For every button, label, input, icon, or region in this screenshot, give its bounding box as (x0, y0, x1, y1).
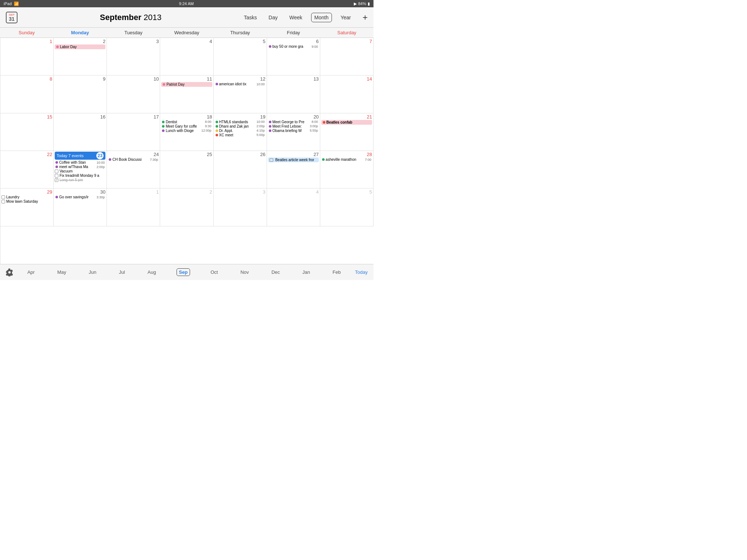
calendar-cell[interactable]: 2 (160, 188, 213, 226)
calendar-cell[interactable]: 20Meet George to Pre8:00Meet Fred Lebow:… (267, 113, 320, 151)
saturday-header: Saturday (320, 28, 374, 38)
calendar-cell[interactable]: 11Patriot Day (160, 75, 213, 113)
timed-event[interactable]: Dhani and Zak jan2:00p (215, 124, 266, 128)
strip-month-oct[interactable]: Oct (208, 269, 220, 276)
timed-event[interactable]: Meet Fred Lebow:3:00p (268, 124, 319, 128)
page-title: September 2013 (20, 13, 241, 22)
calendar-cell[interactable]: 22 (0, 151, 54, 188)
calendar-cell[interactable]: 18Dentist8:00Meet Gary for coffe9:30Lunc… (160, 113, 213, 151)
tuesday-header: Tuesday (107, 28, 160, 38)
device-label: iPad (4, 1, 12, 6)
calendar-cell[interactable]: 24CH Book Discussi7:30p (107, 151, 160, 188)
strip-month-sep[interactable]: Sep (177, 268, 190, 276)
calendar-cell[interactable]: 8 (0, 75, 54, 113)
strip-month-aug[interactable]: Aug (146, 269, 158, 276)
calendar-cell[interactable]: 27Beatles article week fror (267, 151, 320, 188)
calendar-cell[interactable]: 16 (54, 113, 107, 151)
timed-event[interactable]: HTML6 standards10:00 (215, 120, 266, 124)
strip-month-feb[interactable]: Feb (330, 269, 343, 276)
wednesday-header: Wednesday (160, 28, 213, 38)
calendar-cell[interactable]: 5 (214, 38, 267, 75)
status-bar: iPad 📶 9:24 AM ▶ 84% ▮ (0, 0, 374, 7)
day-headers: Sunday Monday Tuesday Wednesday Thursday… (0, 28, 374, 38)
calendar-cell[interactable]: 1 (107, 188, 160, 226)
tasks-nav-button[interactable]: Tasks (241, 13, 260, 22)
friday-header: Friday (267, 28, 320, 38)
all-day-event[interactable]: Beatles confab (321, 120, 372, 125)
calendar-cell[interactable]: 10 (107, 75, 160, 113)
calendar-cell[interactable]: 3 (214, 188, 267, 226)
all-day-event[interactable]: Patriot Day (161, 82, 212, 87)
month-strip-months: AprMayJunJulAugSepOctNovDecJanFeb (16, 268, 352, 276)
month-nav-button[interactable]: Month (311, 13, 332, 22)
calendar-cell[interactable]: 19HTML6 standards10:00Dhani and Zak jan2… (214, 113, 267, 151)
calendar-cell[interactable]: 28asheville marathon7:00 (320, 151, 374, 188)
task-event[interactable]: Beatles article week fror (268, 158, 319, 162)
timed-event[interactable]: CH Book Discussi7:30p (108, 158, 159, 162)
sunday-header: Sunday (0, 28, 53, 38)
calendar-icon[interactable]: SEP 31 (6, 12, 18, 23)
strip-month-jan[interactable]: Jan (300, 269, 312, 276)
task-item[interactable]: ✓Long run 5 pm (55, 178, 105, 182)
monday-header: Monday (53, 28, 107, 38)
calendar-cell[interactable]: 13 (267, 75, 320, 113)
timed-event[interactable]: meet w/Thava Ma2:00p (55, 165, 105, 169)
timed-event[interactable]: Meet Gary for coffe9:30 (161, 124, 212, 128)
strip-month-may[interactable]: May (55, 269, 69, 276)
task-item[interactable]: Vacuum (55, 169, 105, 173)
calendar-grid: 12Labor Day3456buy 50 or more gra9:00789… (0, 38, 374, 264)
timed-event[interactable]: Coffee with Stan10:00 (55, 160, 105, 164)
calendar-cell[interactable]: 7 (320, 38, 374, 75)
timed-event[interactable]: Dentist8:00 (161, 120, 212, 124)
header: SEP 31 September 2013 Tasks Day Week Mon… (0, 7, 374, 28)
calendar-cell[interactable]: 17 (107, 113, 160, 151)
calendar-cell[interactable]: 3 (107, 38, 160, 75)
calendar-cell[interactable]: 9 (54, 75, 107, 113)
calendar-cell[interactable]: 1 (0, 38, 54, 75)
add-event-button[interactable]: + (363, 12, 368, 23)
calendar-cell[interactable]: 2Labor Day (54, 38, 107, 75)
battery-label: 84% (358, 1, 366, 6)
strip-month-nov[interactable]: Nov (238, 269, 251, 276)
task-item[interactable]: Mow lawn Saturday (1, 199, 52, 203)
month-strip: AprMayJunJulAugSepOctNovDecJanFeb Today (0, 264, 374, 280)
calendar-cell[interactable]: 25 (160, 151, 213, 188)
calendar-cell[interactable]: 21Beatles confab (320, 113, 374, 151)
strip-month-jul[interactable]: Jul (117, 269, 127, 276)
calendar-cell[interactable]: 30Go over savings/ir3:30p (54, 188, 107, 226)
timed-event[interactable]: Obama briefing W5:55p (268, 129, 319, 133)
calendar-cell[interactable]: 29LaundryMow lawn Saturday (0, 188, 54, 226)
timed-event[interactable]: asheville marathon7:00 (321, 158, 372, 162)
timed-event[interactable]: Lunch with Dioge12:00p (161, 129, 212, 133)
location-icon: ▶ (354, 1, 357, 6)
time-display: 9:24 AM (179, 1, 194, 6)
calendar-cell[interactable]: 26 (214, 151, 267, 188)
strip-month-apr[interactable]: Apr (25, 269, 37, 276)
calendar-cell[interactable]: 4 (160, 38, 213, 75)
today-button[interactable]: Today (352, 269, 371, 276)
timed-event[interactable]: Meet George to Pre8:00 (268, 120, 319, 124)
all-day-event[interactable]: Labor Day (55, 44, 105, 49)
timed-event[interactable]: XC meet5:00p (215, 133, 266, 137)
calendar-cell[interactable]: 14 (320, 75, 374, 113)
calendar-cell[interactable]: 4 (267, 188, 320, 226)
calendar-cell[interactable]: Today 7 events23Coffee with Stan10:00mee… (54, 151, 107, 188)
calendar-cell[interactable]: 15 (0, 113, 54, 151)
day-nav-button[interactable]: Day (266, 13, 280, 22)
timed-event[interactable]: american idiot tix10:00 (215, 82, 266, 86)
timed-event[interactable]: Dr. Appt.4:15p (215, 129, 266, 133)
calendar-cell[interactable]: 12american idiot tix10:00 (214, 75, 267, 113)
year-nav-button[interactable]: Year (338, 13, 354, 22)
strip-month-jun[interactable]: Jun (86, 269, 98, 276)
settings-button[interactable] (3, 268, 16, 276)
calendar-cell[interactable]: 6buy 50 or more gra9:00 (267, 38, 320, 75)
wifi-icon: 📶 (14, 1, 19, 6)
timed-event[interactable]: buy 50 or more gra9:00 (268, 44, 319, 48)
task-item[interactable]: Fix treadmill Monday 9 a (55, 174, 105, 178)
week-nav-button[interactable]: Week (286, 13, 305, 22)
battery-icon: ▮ (368, 1, 370, 6)
calendar-cell[interactable]: 5 (320, 188, 374, 226)
timed-event[interactable]: Go over savings/ir3:30p (55, 195, 105, 199)
strip-month-dec[interactable]: Dec (269, 269, 282, 276)
task-item[interactable]: Laundry (1, 195, 52, 199)
